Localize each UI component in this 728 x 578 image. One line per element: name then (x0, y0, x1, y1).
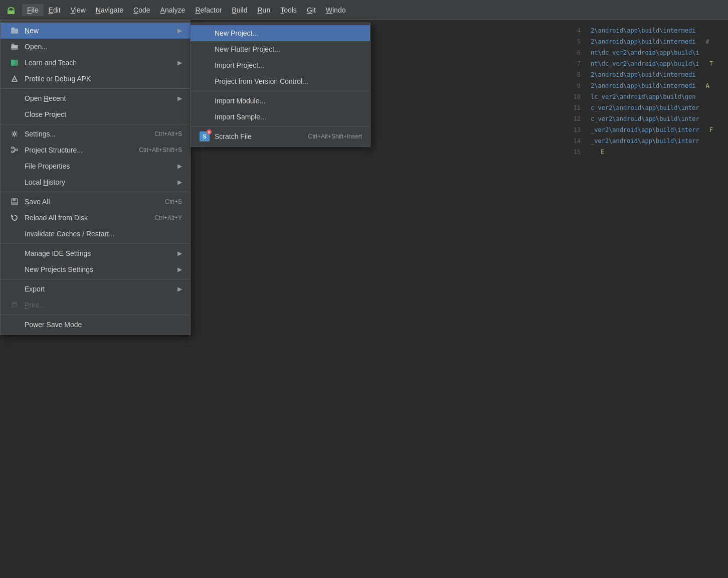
reload-disk-shortcut: Ctrl+Alt+Y (154, 214, 182, 221)
import-sample-label: Import Sample... (215, 113, 362, 121)
svg-rect-6 (15, 60, 18, 66)
menu-run[interactable]: Run (252, 4, 275, 16)
import-project-label: Import Project... (215, 61, 362, 69)
table-row: 5 2\android\app\build\intermedi # (566, 36, 713, 47)
invalidate-caches-label: Invalidate Caches / Restart... (25, 230, 182, 238)
local-history-arrow-icon: ▶ (177, 179, 182, 186)
menu-item-scratch-file[interactable]: S Scratch File Ctrl+Alt+Shift+Insert (191, 128, 370, 144)
menu-file[interactable]: File (22, 4, 44, 16)
file-properties-label: File Properties (25, 162, 173, 170)
menu-item-reload-disk[interactable]: Reload All from Disk Ctrl+Alt+Y (1, 210, 190, 226)
learn-teach-arrow-icon: ▶ (177, 59, 182, 66)
new-project-icon (199, 28, 211, 38)
folder-open-icon (9, 42, 21, 52)
menu-item-local-history[interactable]: Local History ▶ (1, 174, 190, 190)
power-save-icon (9, 320, 21, 330)
structure-icon (9, 145, 21, 155)
menu-navigate[interactable]: Navigate (91, 4, 128, 16)
close-project-label: Close Project (25, 110, 182, 118)
svg-rect-17 (13, 307, 16, 307)
menu-item-import-project[interactable]: Import Project... (191, 57, 370, 73)
new-projects-settings-label: New Projects Settings (25, 265, 173, 273)
recent-icon (9, 93, 21, 103)
profile-debug-label: Profile or Debug APK (25, 75, 182, 83)
print-label: Print... (25, 301, 182, 309)
table-row: 11 c_ver2\android\app\build\inter (566, 102, 713, 113)
menu-item-new-projects-settings[interactable]: New Projects Settings ▶ (1, 261, 190, 277)
new-flutter-label: New Flutter Project... (215, 45, 362, 53)
scratch-icon: S (199, 131, 211, 141)
svg-rect-10 (16, 149, 18, 151)
open-recent-arrow-icon: ▶ (177, 95, 182, 102)
menu-item-export[interactable]: Export ▶ (1, 281, 190, 297)
menu-item-new-flutter[interactable]: New Flutter Project... (191, 41, 370, 57)
menu-window[interactable]: Windo (321, 4, 351, 16)
version-control-icon (199, 76, 211, 86)
project-structure-shortcut: Ctrl+Alt+Shift+S (139, 147, 182, 154)
reload-icon (9, 213, 21, 223)
menu-item-project-from-vc[interactable]: Project from Version Control... (191, 73, 370, 89)
save-all-shortcut: Ctrl+S (165, 198, 182, 205)
menu-item-invalidate-caches[interactable]: Invalidate Caches / Restart... (1, 226, 190, 242)
menu-item-learn-teach[interactable]: Learn and Teach ▶ (1, 55, 190, 71)
menu-item-close-project[interactable]: Close Project (1, 106, 190, 122)
close-project-icon (9, 109, 21, 119)
svg-rect-8 (12, 147, 14, 149)
flutter-icon (199, 44, 211, 54)
menu-item-import-sample[interactable]: Import Sample... (191, 109, 370, 125)
menu-tools[interactable]: Tools (275, 4, 302, 16)
dropdown-container: New ▶ New Project... New Flutter Project… (0, 20, 191, 335)
menu-item-open-recent[interactable]: Open Recent ▶ (1, 90, 190, 106)
settings-label: Settings... (25, 130, 139, 138)
table-row: 6 nt\dc_ver2\android\app\build\i (566, 47, 713, 58)
import-module-icon (199, 96, 211, 106)
menu-item-new-project[interactable]: New Project... (191, 25, 370, 41)
settings-icon (9, 129, 21, 139)
export-icon (9, 284, 21, 294)
menu-git[interactable]: Git (302, 4, 321, 16)
menu-build[interactable]: Build (227, 4, 252, 16)
import-project-icon (199, 60, 211, 70)
apk-icon (9, 74, 21, 84)
menu-item-manage-ide[interactable]: Manage IDE Settings ▶ (1, 245, 190, 261)
file-properties-icon (9, 161, 21, 171)
table-row: 8 2\android\app\build\intermedi (566, 69, 713, 80)
table-row: 13 _ver2\android\app\build\interr F (566, 124, 713, 135)
manage-ide-icon (9, 248, 21, 258)
settings-shortcut: Ctrl+Alt+S (154, 130, 182, 137)
menu-item-file-properties[interactable]: File Properties ▶ (1, 158, 190, 174)
folder-icon (9, 26, 21, 36)
menu-item-profile-debug[interactable]: Profile or Debug APK (1, 71, 190, 87)
menu-item-save-all[interactable]: Save All Ctrl+S (1, 194, 190, 210)
power-save-label: Power Save Mode (25, 321, 182, 329)
file-properties-arrow-icon: ▶ (177, 163, 182, 170)
local-history-icon (9, 177, 21, 187)
menu-item-settings[interactable]: Settings... Ctrl+Alt+S (1, 126, 190, 142)
table-row: 15 E (566, 147, 713, 158)
menu-item-print[interactable]: Print... (1, 297, 190, 313)
new-projects-settings-arrow-icon: ▶ (177, 266, 182, 273)
svg-rect-9 (12, 151, 14, 153)
manage-ide-label: Manage IDE Settings (25, 249, 173, 257)
menu-item-import-module[interactable]: Import Module... (191, 93, 370, 109)
menu-item-power-save[interactable]: Power Save Mode (1, 317, 190, 333)
menu-item-new[interactable]: New ▶ New Project... New Flutter Project… (1, 23, 190, 39)
menu-view[interactable]: View (66, 4, 91, 16)
menu-edit[interactable]: Edit (44, 4, 66, 16)
table-row: 7 nt\dc_ver2\android\app\build\i T (566, 58, 713, 69)
svg-rect-2 (8, 11, 15, 14)
invalidate-icon (9, 229, 21, 239)
new-project-label: New Project... (215, 29, 362, 37)
menu-code[interactable]: Code (128, 4, 155, 16)
menu-refactor[interactable]: Refactor (190, 4, 227, 16)
menu-item-new-label: New (25, 27, 173, 35)
project-from-vc-label: Project from Version Control... (215, 77, 362, 85)
menu-analyze[interactable]: Analyze (155, 4, 191, 16)
open-label: Open... (25, 43, 182, 51)
menu-item-project-structure[interactable]: Project Structure... Ctrl+Alt+Shift+S (1, 142, 190, 158)
menu-bar: File Edit View Navigate Code Analyze Ref… (0, 0, 728, 20)
menu-item-open[interactable]: Open... (1, 39, 190, 55)
table-row: 14 _ver2\android\app\build\interr (566, 135, 713, 147)
table-row: 10 lc_ver2\android\app\build\gen (566, 91, 713, 102)
file-menu: New ▶ New Project... New Flutter Project… (0, 20, 191, 335)
